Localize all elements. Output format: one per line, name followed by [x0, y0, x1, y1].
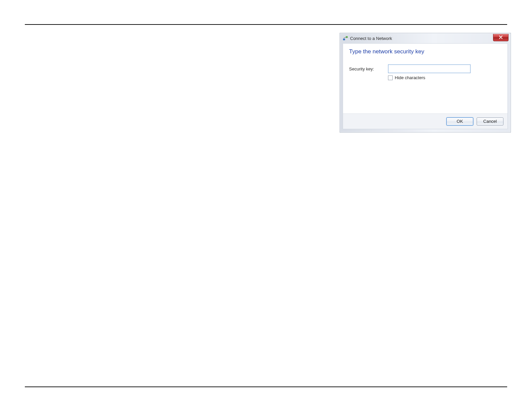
page-bottom-rule	[25, 387, 507, 387]
hide-characters-checkbox[interactable]	[388, 75, 393, 80]
dialog-footer: OK Cancel	[343, 113, 507, 129]
close-button[interactable]	[493, 34, 509, 41]
security-key-row: Security key:	[349, 64, 501, 73]
dialog-connect-network: Connect to a Network Type the network se…	[340, 33, 511, 133]
ok-button[interactable]: OK	[446, 117, 473, 125]
hide-characters-row: Hide characters	[388, 75, 501, 80]
dialog-body: Type the network security key Security k…	[343, 44, 507, 113]
page-top-rule	[25, 24, 507, 25]
dialog-heading: Type the network security key	[349, 48, 501, 55]
close-icon	[499, 36, 502, 40]
dialog-body-panel: Type the network security key Security k…	[343, 43, 508, 129]
security-key-input[interactable]	[388, 64, 471, 73]
hide-characters-label[interactable]: Hide characters	[395, 75, 425, 80]
network-icon	[343, 36, 348, 41]
security-key-label: Security key:	[349, 66, 388, 71]
dialog-title: Connect to a Network	[350, 36, 392, 41]
svg-rect-0	[343, 39, 345, 40]
cancel-button[interactable]: Cancel	[477, 117, 503, 125]
titlebar[interactable]: Connect to a Network	[340, 33, 511, 43]
